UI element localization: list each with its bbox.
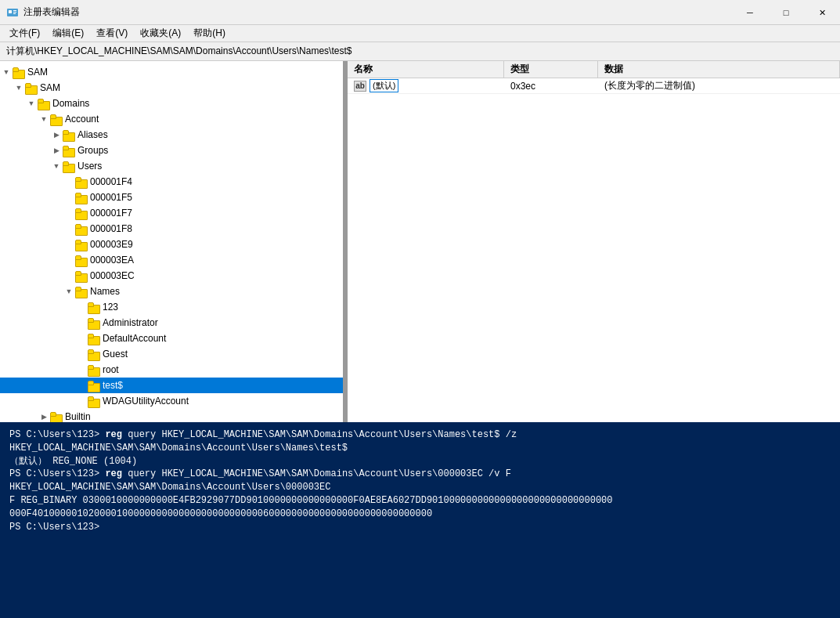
tree-node-u2[interactable]: 000001F5	[0, 190, 343, 205]
expand-icon[interactable]: ▶	[50, 146, 63, 154]
node-label: Domains	[52, 98, 89, 109]
restore-button[interactable]: □	[768, 0, 804, 25]
folder-icon	[63, 145, 75, 156]
expand-icon[interactable]: ▼	[13, 84, 25, 92]
node-label: Users	[78, 161, 102, 172]
tree-node-users[interactable]: ▼Users	[0, 158, 343, 174]
folder-icon	[38, 98, 50, 109]
folder-icon	[50, 411, 63, 422]
tree-node-domains[interactable]: ▼Domains	[0, 96, 343, 111]
tree-node-n5[interactable]: root	[0, 362, 343, 378]
tree-node-n1[interactable]: 123	[0, 299, 343, 315]
node-label: SAM	[27, 67, 48, 78]
terminal-line: PS C:\Users\123> reg query HKEY_LOCAL_MA…	[9, 428, 831, 442]
app-icon	[6, 6, 19, 19]
folder-icon	[75, 176, 88, 187]
main-area: ▼SAM▼SAM▼Domains▼Account▶Aliases▶Groups▼…	[0, 61, 840, 422]
tree-node-builtin[interactable]: ▶Builtin	[0, 409, 343, 422]
address-path: 计算机\HKEY_LOCAL_MACHINE\SAM\SAM\Domains\A…	[6, 45, 352, 58]
expand-icon[interactable]: ▶	[50, 131, 63, 139]
folder-icon	[88, 396, 100, 407]
tree-node-u6[interactable]: 000003EA	[0, 252, 343, 268]
tree-node-n2[interactable]: Administrator	[0, 315, 343, 331]
folder-icon	[75, 255, 88, 266]
tree-node-n7[interactable]: WDAGUtilityAccount	[0, 393, 343, 409]
terminal-line: 000F401000001020000100000000000000000000…	[9, 508, 831, 521]
expand-icon[interactable]: ▼	[63, 287, 75, 295]
folder-icon	[50, 114, 63, 125]
terminal-line: HKEY_LOCAL_MACHINE\SAM\SAM\Domains\Accou…	[9, 442, 831, 455]
tree-node-account[interactable]: ▼Account	[0, 111, 343, 127]
col-data-header: 数据	[598, 61, 840, 78]
folder-icon	[75, 239, 88, 250]
title-bar: 注册表编辑器 ─ □ ✕	[0, 0, 840, 25]
svg-rect-1	[9, 10, 12, 13]
folder-icon	[75, 192, 88, 203]
node-label: 000001F5	[90, 192, 132, 203]
node-label: Administrator	[103, 317, 158, 328]
expand-icon[interactable]: ▶	[38, 413, 50, 421]
expand-icon[interactable]: ▼	[50, 162, 63, 170]
folder-icon	[75, 223, 88, 234]
menu-item-v[interactable]: 查看(V)	[90, 25, 134, 42]
tree-node-u4[interactable]: 000001F8	[0, 221, 343, 237]
terminal-line: PS C:\Users\123> reg query HKEY_LOCAL_MA…	[9, 468, 831, 481]
tree-node-sam2[interactable]: ▼SAM	[0, 80, 343, 96]
folder-icon	[75, 270, 88, 281]
folder-icon	[88, 317, 100, 328]
node-label: Builtin	[65, 411, 91, 422]
registry-value-row[interactable]: ab (默认) 0x3ec (长度为零的二进制值)	[348, 78, 840, 94]
expand-icon[interactable]: ▼	[25, 99, 38, 107]
folder-icon	[13, 67, 25, 78]
col-type-header: 类型	[504, 61, 598, 78]
node-label: 000001F7	[90, 208, 132, 219]
terminal-panel[interactable]: PS C:\Users\123> reg query HKEY_LOCAL_MA…	[0, 422, 840, 618]
node-label: 000003E9	[90, 239, 133, 250]
menu-item-a[interactable]: 收藏夹(A)	[134, 25, 187, 42]
menu-item-e[interactable]: 编辑(E)	[46, 25, 90, 42]
folder-icon	[63, 161, 75, 172]
terminal-line: F REG_BINARY 0300010000000000E4FB2929077…	[9, 494, 831, 508]
folder-icon	[88, 380, 100, 391]
tree-node-sam1[interactable]: ▼SAM	[0, 64, 343, 80]
menu-bar: 文件(F)编辑(E)查看(V)收藏夹(A)帮助(H)	[0, 25, 840, 42]
binary-icon: ab	[354, 81, 366, 92]
expand-icon[interactable]: ▼	[0, 68, 13, 76]
folder-icon	[88, 333, 100, 344]
node-label: DefaultAccount	[103, 333, 166, 344]
terminal-line: HKEY_LOCAL_MACHINE\SAM\SAM\Domains\Accou…	[9, 481, 831, 494]
folder-icon	[63, 129, 75, 140]
value-name: ab (默认)	[348, 78, 504, 94]
menu-item-h[interactable]: 帮助(H)	[187, 25, 232, 42]
tree-node-u7[interactable]: 000003EC	[0, 268, 343, 284]
tree-node-n6[interactable]: test$	[0, 378, 343, 393]
minimize-button[interactable]: ─	[732, 0, 768, 25]
right-panel-header: 名称 类型 数据	[348, 61, 840, 78]
tree-node-n4[interactable]: Guest	[0, 346, 343, 362]
folder-icon	[25, 82, 38, 93]
terminal-line: （默认） REG_NONE (1004)	[9, 455, 831, 468]
default-label: (默认)	[370, 79, 398, 92]
node-label: Aliases	[78, 129, 108, 140]
close-button[interactable]: ✕	[804, 0, 840, 25]
col-name-header: 名称	[348, 61, 504, 78]
node-label: 000003EC	[90, 270, 135, 281]
expand-icon[interactable]: ▼	[38, 115, 50, 123]
folder-icon	[88, 364, 100, 375]
menu-item-f[interactable]: 文件(F)	[3, 25, 46, 42]
tree-panel: ▼SAM▼SAM▼Domains▼Account▶Aliases▶Groups▼…	[0, 61, 344, 422]
node-label: SAM	[40, 82, 60, 93]
node-label: test$	[103, 380, 123, 391]
tree-node-aliases[interactable]: ▶Aliases	[0, 127, 343, 143]
tree-node-u3[interactable]: 000001F7	[0, 205, 343, 221]
tree-node-u5[interactable]: 000003E9	[0, 237, 343, 252]
svg-rect-3	[13, 12, 16, 13]
tree-node-u1[interactable]: 000001F4	[0, 174, 343, 190]
node-label: 123	[103, 302, 118, 313]
folder-icon	[75, 208, 88, 219]
node-label: 000001F8	[90, 223, 132, 234]
tree-node-names[interactable]: ▼Names	[0, 284, 343, 299]
tree-node-n3[interactable]: DefaultAccount	[0, 331, 343, 346]
tree-node-groups[interactable]: ▶Groups	[0, 143, 343, 158]
folder-icon	[75, 286, 88, 297]
